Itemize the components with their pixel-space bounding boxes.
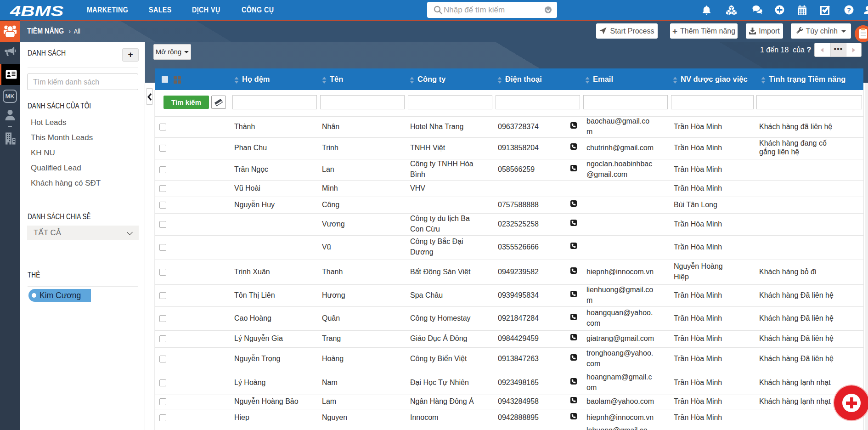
svg-text:?: ? — [847, 6, 851, 14]
